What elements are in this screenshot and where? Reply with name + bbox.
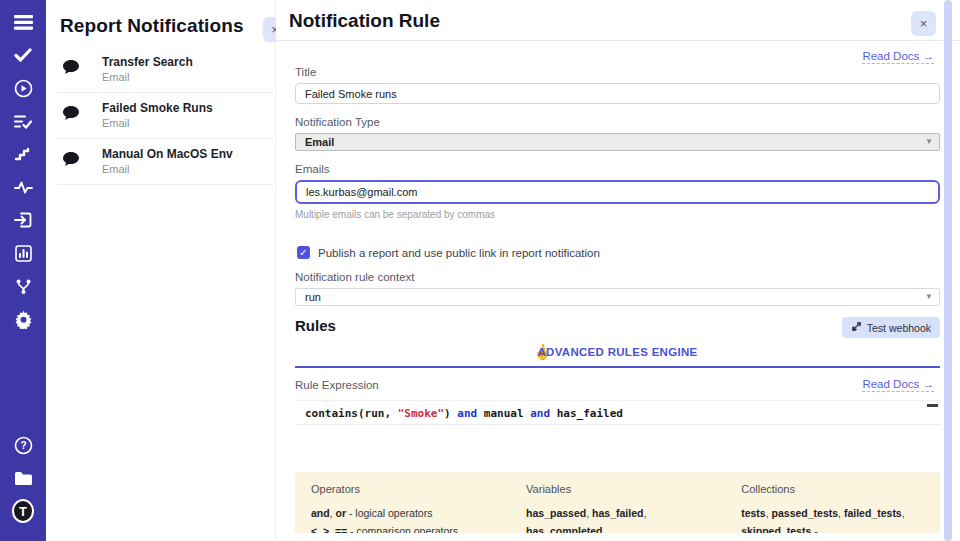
read-docs-link[interactable]: Read Docs → — [862, 50, 934, 64]
emails-input[interactable] — [295, 180, 940, 204]
rules-heading: Rules — [295, 317, 336, 334]
icon-rail: ? T — [0, 0, 46, 541]
bar-chart-icon[interactable] — [12, 242, 34, 264]
chat-bubble-icon — [62, 105, 80, 125]
publish-report-label: Publish a report and use public link in … — [318, 247, 600, 259]
logo-letter: T — [12, 499, 34, 523]
main-header: Notification Rule × — [276, 0, 960, 41]
app-logo[interactable]: T — [12, 500, 34, 522]
chat-bubble-icon — [62, 59, 80, 79]
chat-bubble-icon — [62, 151, 80, 171]
app-window: ? T Report Notifications × Transfer Sear… — [0, 0, 960, 541]
help-icon[interactable]: ? — [12, 434, 34, 456]
rule-expression-editor[interactable]: contains(run, "Smoke") and manual and ha… — [295, 400, 940, 466]
pulse-icon[interactable] — [12, 176, 34, 198]
context-value: run — [305, 291, 321, 303]
tab-advanced-rules-engine[interactable]: ADVANCED RULES ENGINE — [295, 346, 940, 358]
editor-scrollbar-thumb[interactable] — [927, 404, 938, 407]
help-column-lines: and, or - logical operators<, >, == - co… — [311, 504, 504, 533]
notification-type-value: Email — [305, 136, 334, 148]
emails-label: Emails — [295, 163, 940, 175]
test-webhook-label: Test webhook — [867, 322, 931, 334]
notification-title: Failed Smoke Runs — [102, 101, 261, 115]
close-button[interactable]: × — [911, 11, 936, 36]
branch-icon[interactable] — [12, 275, 34, 297]
listpanel-header: Report Notifications × — [46, 0, 275, 47]
report-notifications-panel: Report Notifications × Transfer Search E… — [46, 0, 276, 541]
help-column-lines: has_passed, has_failed, has_completed,wa… — [526, 504, 719, 533]
rules-help-panel: Operators and, or - logical operators<, … — [295, 472, 940, 533]
help-column-title: Operators — [311, 483, 504, 495]
check-icon[interactable] — [12, 44, 34, 66]
page-title: Notification Rule — [289, 10, 440, 31]
rule-expression-code[interactable]: contains(run, "Smoke") and manual and ha… — [295, 401, 940, 425]
steps-icon[interactable] — [12, 143, 34, 165]
read-docs-link[interactable]: Read Docs → — [862, 378, 934, 392]
help-column-variables: Variables has_passed, has_failed, has_co… — [526, 483, 719, 533]
context-label: Notification rule context — [295, 271, 940, 283]
emails-helper-text: Multiple emails can be separated by comm… — [295, 209, 940, 220]
list-check-icon[interactable] — [12, 110, 34, 132]
chevron-down-icon: ▼ — [925, 292, 933, 301]
test-webhook-button[interactable]: Test webhook — [842, 317, 940, 338]
svg-text:?: ? — [20, 440, 26, 451]
notification-title: Manual On MacOS Env — [102, 147, 261, 161]
rules-tab-bar: ☝ ADVANCED RULES ENGINE — [295, 341, 940, 368]
notification-list-item[interactable]: Manual On MacOS Env Email — [58, 139, 273, 185]
help-column-title: Variables — [526, 483, 719, 495]
panel-title: Report Notifications — [60, 15, 244, 36]
help-column-collections: Collections tests, passed_tests, failed_… — [741, 483, 934, 533]
context-select[interactable]: run ▼ — [295, 288, 940, 306]
notification-rule-panel: Notification Rule × Read Docs → Title No… — [276, 0, 960, 541]
help-column-title: Collections — [741, 483, 934, 495]
checkbox-checked-icon[interactable]: ✓ — [297, 246, 310, 259]
notification-type: Email — [102, 71, 261, 83]
menu-icon[interactable] — [12, 11, 34, 33]
webhook-transfer-icon — [851, 321, 862, 334]
notification-type: Email — [102, 117, 261, 129]
help-column-lines: tests, passed_tests, failed_tests, skipp… — [741, 504, 934, 533]
gear-icon[interactable] — [12, 308, 34, 330]
folder-icon[interactable] — [12, 467, 34, 489]
chevron-down-icon: ▼ — [925, 137, 933, 146]
notification-type-select[interactable]: Email ▼ — [295, 133, 940, 151]
publish-report-checkbox-row[interactable]: ✓ Publish a report and use public link i… — [297, 246, 940, 259]
notification-type-label: Notification Type — [295, 116, 940, 128]
notification-type: Email — [102, 163, 261, 175]
rule-expression-label: Rule Expression — [295, 379, 379, 391]
notification-list-item[interactable]: Failed Smoke Runs Email — [58, 93, 273, 139]
title-input[interactable] — [295, 83, 940, 104]
notification-list-item[interactable]: Transfer Search Email — [58, 47, 273, 93]
notification-title: Transfer Search — [102, 55, 261, 69]
help-column-operators: Operators and, or - logical operators<, … — [311, 483, 504, 533]
import-icon[interactable] — [12, 209, 34, 231]
play-circle-icon[interactable] — [12, 77, 34, 99]
vertical-scrollbar[interactable] — [944, 0, 952, 541]
form-content: Read Docs → Title Notification Type Emai… — [276, 41, 940, 533]
title-label: Title — [295, 66, 940, 78]
